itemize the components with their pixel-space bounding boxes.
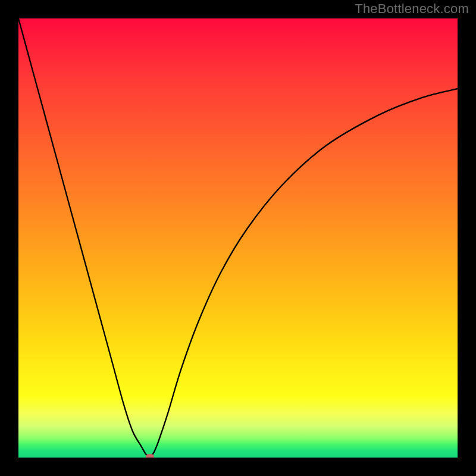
plot-area [18, 18, 458, 458]
bottleneck-curve [18, 18, 458, 458]
watermark-text: TheBottleneck.com [355, 1, 469, 17]
curve-path [18, 18, 458, 457]
optimal-point-marker [146, 454, 154, 458]
chart-frame: TheBottleneck.com [0, 0, 476, 476]
